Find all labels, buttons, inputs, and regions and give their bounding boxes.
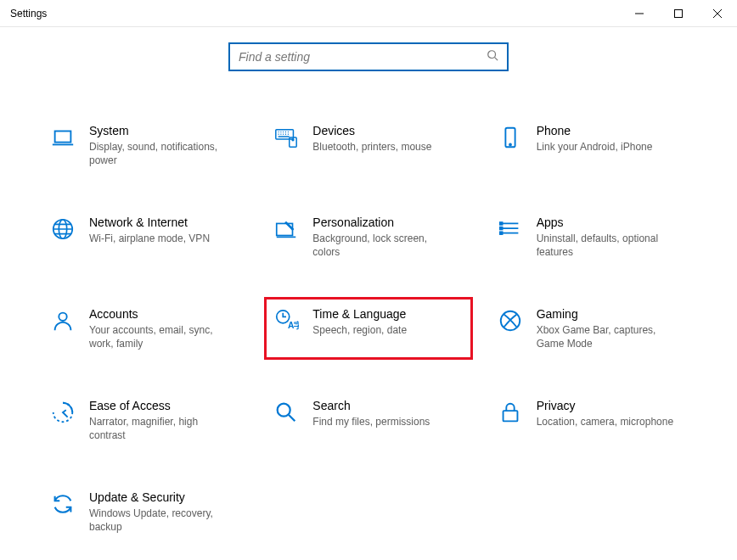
tile-desc: Narrator, magnifier, high contrast	[89, 415, 233, 442]
tile-privacy[interactable]: Privacy Location, camera, microphone	[488, 389, 696, 451]
svg-rect-0	[675, 10, 683, 18]
tile-title: Ease of Access	[89, 398, 233, 413]
svg-rect-19	[503, 411, 517, 421]
tile-search[interactable]: Search Find my files, permissions	[264, 389, 472, 451]
tile-desc: Your accounts, email, sync, work, family	[89, 323, 233, 350]
tile-title: Devices	[312, 123, 431, 138]
tile-title: Update & Security	[89, 490, 233, 505]
tile-desc: Background, lock screen, colors	[312, 232, 457, 259]
keyboard-icon	[272, 123, 301, 152]
xbox-icon	[496, 306, 525, 335]
minimize-icon	[635, 9, 644, 18]
svg-rect-2	[55, 132, 71, 143]
personalization-icon	[272, 215, 301, 244]
svg-point-18	[278, 404, 290, 417]
tile-desc: Display, sound, notifications, power	[89, 140, 233, 167]
tile-phone[interactable]: Phone Link your Android, iPhone	[488, 114, 696, 176]
tile-apps[interactable]: Apps Uninstall, defaults, optional featu…	[488, 205, 696, 268]
svg-point-7	[509, 144, 511, 146]
tile-update-security[interactable]: Update & Security Windows Update, recove…	[41, 480, 249, 543]
window-controls	[620, 0, 737, 26]
person-icon	[48, 306, 77, 335]
search-input[interactable]	[239, 50, 487, 64]
laptop-icon	[48, 123, 77, 152]
maximize-icon	[674, 9, 683, 18]
tile-accounts[interactable]: Accounts Your accounts, email, sync, wor…	[41, 297, 249, 360]
close-button[interactable]	[698, 0, 737, 27]
tile-desc: Wi-Fi, airplane mode, VPN	[89, 232, 210, 245]
tile-desc: Link your Android, iPhone	[537, 140, 653, 154]
tile-system[interactable]: System Display, sound, notifications, po…	[41, 114, 249, 176]
tile-title: Network & Internet	[89, 215, 210, 230]
update-icon	[48, 490, 77, 518]
tile-gaming[interactable]: Gaming Xbox Game Bar, captures, Game Mod…	[488, 297, 696, 360]
search-wrap	[0, 42, 737, 71]
tile-title: Time & Language	[312, 306, 407, 322]
tile-title: Search	[312, 398, 430, 413]
globe-icon	[48, 215, 77, 244]
svg-text:A字: A字	[288, 321, 299, 330]
window-title: Settings	[10, 8, 47, 20]
svg-point-14	[59, 313, 66, 321]
tile-title: Privacy	[537, 398, 673, 413]
tile-personalization[interactable]: Personalization Background, lock screen,…	[264, 205, 472, 268]
tile-ease-of-access[interactable]: Ease of Access Narrator, magnifier, high…	[41, 389, 249, 451]
tile-devices[interactable]: Devices Bluetooth, printers, mouse	[264, 114, 472, 176]
search-icon	[487, 49, 498, 64]
tile-desc: Windows Update, recovery, backup	[89, 507, 233, 534]
tile-title: Accounts	[89, 306, 233, 322]
svg-rect-13	[499, 232, 502, 234]
tile-title: Personalization	[312, 215, 457, 230]
tile-title: System	[89, 123, 233, 138]
tile-desc: Location, camera, microphone	[537, 415, 673, 428]
tile-desc: Xbox Game Bar, captures, Game Mode	[537, 323, 681, 350]
tile-title: Phone	[537, 123, 653, 138]
svg-rect-11	[499, 222, 502, 225]
ease-of-access-icon	[48, 398, 77, 427]
tile-title: Apps	[537, 215, 681, 230]
tile-desc: Bluetooth, printers, mouse	[312, 140, 431, 154]
svg-point-1	[488, 51, 496, 59]
close-icon	[713, 9, 722, 18]
titlebar: Settings	[0, 0, 737, 27]
minimize-button[interactable]	[620, 0, 659, 27]
tile-time-language[interactable]: A字 Time & Language Speech, region, date	[264, 297, 472, 360]
svg-point-5	[292, 139, 294, 141]
apps-icon	[496, 215, 525, 244]
tile-title: Gaming	[537, 306, 681, 322]
time-language-icon: A字	[272, 306, 301, 335]
settings-grid: System Display, sound, notifications, po…	[0, 114, 737, 543]
phone-icon	[496, 123, 525, 152]
magnifier-icon	[272, 398, 301, 427]
tile-desc: Uninstall, defaults, optional features	[537, 232, 681, 259]
svg-rect-12	[499, 227, 502, 230]
maximize-button[interactable]	[659, 0, 698, 27]
tile-network[interactable]: Network & Internet Wi-Fi, airplane mode,…	[41, 205, 249, 268]
tile-desc: Speech, region, date	[312, 323, 407, 337]
search-box[interactable]	[228, 42, 509, 71]
tile-desc: Find my files, permissions	[312, 415, 430, 428]
lock-icon	[496, 398, 525, 427]
